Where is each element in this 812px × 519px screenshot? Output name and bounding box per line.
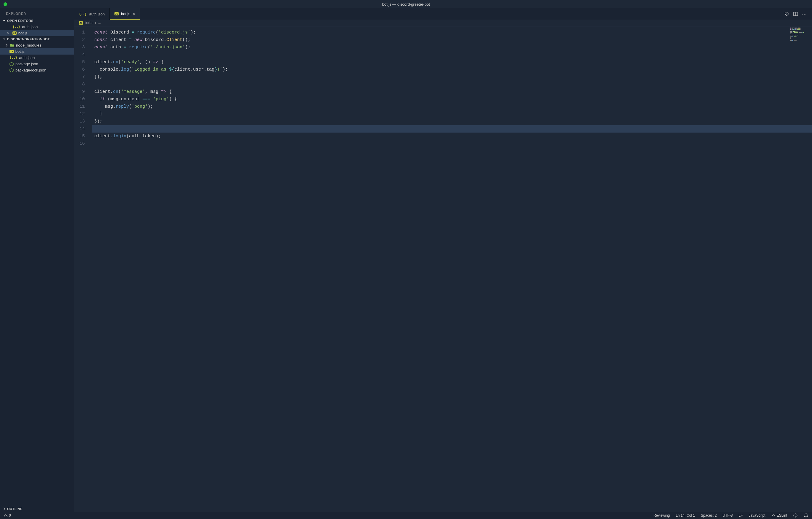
npm-icon (9, 62, 13, 66)
language-status[interactable]: JavaScript (749, 513, 765, 518)
file-item[interactable]: JS bot.js (0, 48, 74, 55)
file-name: package-lock.json (16, 68, 46, 73)
npm-icon (9, 68, 13, 73)
open-editor-item[interactable]: × JS bot.js (0, 30, 74, 36)
close-icon[interactable]: × (6, 31, 11, 35)
file-item[interactable]: package.json (0, 61, 74, 67)
linter-status[interactable]: ESLint (772, 513, 787, 518)
svg-point-5 (796, 515, 796, 515)
folder-item[interactable]: node_modules (0, 42, 74, 48)
file-name: auth.json (22, 25, 38, 29)
sidebar: EXPLORER OPEN EDITORS {..} auth.json × J… (0, 8, 74, 512)
chevron-right-icon (5, 44, 8, 47)
warnings-status[interactable]: 0 (4, 513, 11, 518)
chevron-down-icon (2, 19, 6, 23)
source-control-icon[interactable] (784, 11, 789, 17)
feedback-icon[interactable] (793, 513, 798, 518)
statusbar: 0 Reviewing Ln 14, Col 1 Spaces: 2 UTF-8… (0, 512, 812, 519)
json-icon: {..} (12, 25, 21, 29)
file-name: bot.js (16, 49, 25, 54)
json-icon: {..} (79, 12, 87, 16)
chevron-right-icon: › (95, 21, 96, 25)
svg-point-4 (794, 515, 795, 515)
outline-section[interactable]: OUTLINE (0, 506, 74, 512)
minimap[interactable] (788, 26, 812, 512)
tab-label: bot.js (121, 11, 130, 16)
svg-point-3 (793, 514, 797, 517)
js-icon: JS (12, 31, 17, 35)
file-item[interactable]: package-lock.json (0, 67, 74, 73)
eol-status[interactable]: LF (739, 513, 743, 518)
folder-icon (10, 43, 14, 48)
warning-icon (772, 513, 776, 518)
js-icon: JS (114, 12, 119, 16)
open-editors-section[interactable]: OPEN EDITORS (0, 18, 74, 24)
open-editor-item[interactable]: {..} auth.json (0, 24, 74, 30)
warning-icon (4, 513, 8, 518)
more-icon[interactable]: ⋯ (802, 11, 807, 17)
breadcrumb-file[interactable]: bot.js (85, 21, 93, 25)
js-icon: JS (79, 21, 83, 25)
file-name: auth.json (19, 55, 35, 60)
encoding-status[interactable]: UTF-8 (723, 513, 733, 518)
code-editor[interactable]: 12345678910111213141516 const Discord = … (74, 26, 812, 512)
split-editor-icon[interactable] (793, 11, 799, 17)
window-controls[interactable] (4, 2, 7, 6)
project-section[interactable]: DISCORD-GREETER-BOT (0, 36, 74, 42)
file-item[interactable]: {..} auth.json (0, 55, 74, 61)
indentation-status[interactable]: Spaces: 2 (701, 513, 717, 518)
json-icon: {..} (9, 56, 18, 60)
titlebar: bot.js — discord-greeter-bot (0, 0, 812, 8)
line-numbers: 12345678910111213141516 (74, 26, 92, 512)
tab-bot-js[interactable]: JS bot.js × (110, 8, 140, 20)
reviewing-status[interactable]: Reviewing (653, 513, 670, 518)
js-icon: JS (9, 50, 13, 53)
tab-label: auth.json (89, 12, 105, 16)
close-icon[interactable]: × (133, 11, 135, 16)
tab-auth-json[interactable]: {..} auth.json (74, 8, 110, 20)
chevron-down-icon (2, 37, 6, 41)
chevron-right-icon (2, 507, 6, 511)
file-name: package.json (16, 62, 38, 66)
tabs-bar: {..} auth.json JS bot.js × ⋯ (74, 8, 812, 20)
breadcrumb[interactable]: JS bot.js › ... (74, 20, 812, 26)
folder-name: node_modules (16, 43, 41, 48)
maximize-button[interactable] (4, 2, 7, 6)
explorer-header: EXPLORER (0, 8, 74, 18)
cursor-position[interactable]: Ln 14, Col 1 (676, 513, 695, 518)
window-title: bot.js — discord-greeter-bot (382, 2, 430, 6)
code-content[interactable]: const Discord = require('discord.js');co… (92, 26, 812, 512)
svg-point-0 (786, 13, 787, 15)
file-name: bot.js (19, 31, 28, 35)
editor-area: {..} auth.json JS bot.js × ⋯ JS bot.js (74, 8, 812, 512)
breadcrumb-more[interactable]: ... (98, 21, 101, 25)
notifications-icon[interactable] (804, 513, 808, 518)
